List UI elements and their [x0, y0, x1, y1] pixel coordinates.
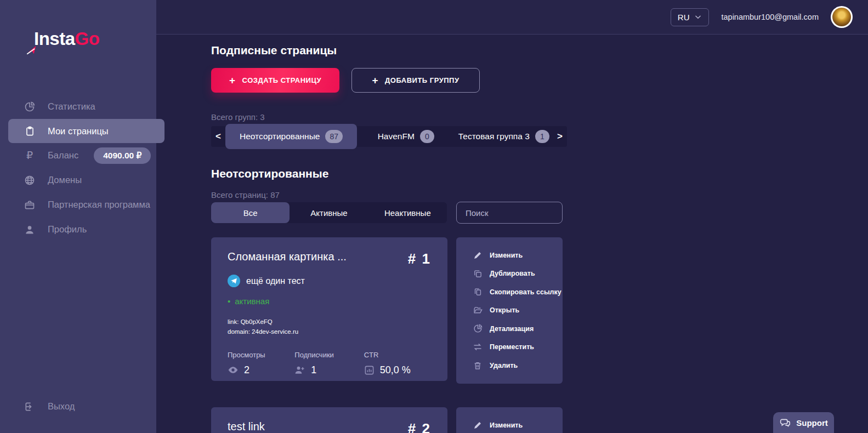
sidebar-item-balance[interactable]: ₽ Баланс 4090.00 ₽ [0, 143, 156, 168]
group-count-badge: 87 [325, 130, 343, 143]
logout-label: Выход [48, 401, 75, 412]
language-value: RU [678, 13, 690, 22]
user-email: tapinambur100@gmail.com [721, 13, 819, 21]
copy-icon [473, 287, 483, 297]
card-header: Сломанная картинка ... # 1 [211, 250, 447, 267]
action-label: Удалить [490, 362, 518, 369]
logout-button[interactable]: Выход [0, 394, 156, 419]
user-plus-icon [294, 364, 305, 375]
filter-tab-inactive[interactable]: Неактивные [368, 202, 447, 223]
page-row: test link # 2 Изменить [211, 407, 563, 433]
avatar[interactable] [831, 6, 853, 28]
user-icon [24, 224, 36, 235]
action-label: Детализация [490, 325, 534, 333]
stat-views: Просмотры 2 [228, 351, 294, 376]
stat-value: 50,0 % [380, 364, 411, 376]
add-group-button[interactable]: + ДОБАВИТЬ ГРУППУ [351, 68, 480, 93]
sidebar-item-label: Профиль [48, 224, 87, 235]
group-tabs: < Неотсортированные 87 HavenFM 0 Тестова… [211, 126, 567, 147]
status-badge: активная [235, 297, 269, 306]
pie-chart-icon [24, 101, 36, 112]
briefcase-icon [24, 200, 36, 210]
clipboard-icon [24, 126, 36, 136]
card-number: # 2 [408, 420, 431, 433]
language-selector[interactable]: RU [671, 8, 710, 26]
pencil-icon [473, 251, 483, 260]
filter-tabs: Все Активные Неактивные [211, 202, 447, 223]
group-count-badge: 0 [420, 130, 434, 143]
stat-value: 1 [311, 364, 316, 376]
filter-tab-active[interactable]: Активные [290, 202, 368, 223]
card-action-menu: Изменить [456, 407, 563, 433]
group-tab-havenfm[interactable]: HavenFM 0 [357, 126, 455, 147]
rocket-icon [26, 44, 149, 56]
chat-icon [779, 417, 791, 429]
status-row: • активная [211, 297, 447, 306]
create-page-button[interactable]: + СОЗДАТЬ СТРАНИЦУ [211, 68, 339, 93]
group-tab-test-group-3[interactable]: Тестовая группа 3 1 [455, 126, 553, 147]
groups-total: Всего групп: 3 [211, 112, 265, 122]
group-tab-label: Неотсортированные [240, 132, 320, 141]
search-input[interactable] [456, 202, 563, 224]
stat-ctr: CTR 50,0 % [364, 351, 431, 376]
action-label: Изменить [490, 252, 523, 259]
page-card: Сломанная картинка ... # 1 ещё один тест… [211, 237, 447, 381]
sidebar-item-partner-program[interactable]: Партнерская программа [0, 192, 156, 217]
logout-icon [24, 401, 36, 412]
group-tab-label: Тестовая группа 3 [458, 132, 530, 141]
action-delete[interactable]: Удалить [473, 356, 563, 375]
folder-open-icon [473, 306, 483, 315]
sidebar-item-profile[interactable]: Профиль [0, 217, 156, 242]
sidebar: InstaGo Статистика Мои страницы ₽ Баланс… [0, 0, 156, 433]
card-number: # 1 [408, 250, 431, 267]
prev-group-button[interactable]: < [211, 131, 225, 142]
eye-icon [228, 364, 239, 375]
action-open[interactable]: Открыть [473, 301, 563, 320]
sidebar-footer: Выход [0, 394, 156, 419]
bar-chart-icon [364, 365, 375, 375]
action-label: Переместить [490, 343, 534, 351]
add-group-label: ДОБАВИТЬ ГРУППУ [385, 76, 459, 84]
main-content: Подписные страницы + СОЗДАТЬ СТРАНИЦУ + … [156, 35, 868, 433]
channel-name: ещё один тест [246, 276, 305, 286]
app-window: RU tapinambur100@gmail.com InstaGo Стати… [0, 0, 868, 433]
action-edit[interactable]: Изменить [473, 246, 563, 265]
action-duplicate[interactable]: Дублировать [473, 265, 563, 283]
stat-label: Подписчики [294, 351, 364, 359]
action-label: Изменить [490, 421, 523, 429]
status-dot: • [228, 297, 230, 306]
sidebar-item-domains[interactable]: Домены [0, 168, 156, 192]
sidebar-item-label: Домены [48, 175, 82, 185]
card-link: link: Qb0pXeFQ [228, 317, 431, 327]
filter-tab-all[interactable]: Все [211, 202, 290, 223]
action-details[interactable]: Детализация [473, 320, 563, 338]
group-tab-unsorted[interactable]: Неотсортированные 87 [225, 124, 357, 149]
card-title: Сломанная картинка ... [228, 250, 347, 263]
stat-value: 2 [244, 364, 249, 376]
section-title: Неотсортированные [211, 167, 328, 180]
app-logo: InstaGo [34, 29, 156, 61]
chevron-down-icon [694, 13, 702, 21]
next-group-button[interactable]: > [553, 131, 567, 142]
sidebar-item-statistics[interactable]: Статистика [0, 94, 156, 119]
action-edit[interactable]: Изменить [473, 416, 563, 433]
group-count-badge: 1 [535, 130, 549, 143]
pages-total: Всего страниц: 87 [211, 190, 280, 200]
card-action-menu: Изменить Дублировать Скопировать ссылку [456, 237, 563, 384]
action-copy-link[interactable]: Скопировать ссылку [473, 283, 563, 301]
create-page-label: СОЗДАТЬ СТРАНИЦУ [242, 76, 321, 84]
support-button[interactable]: Support [773, 412, 834, 433]
sidebar-nav: Статистика Мои страницы ₽ Баланс 4090.00… [0, 94, 156, 242]
toolbar: + СОЗДАТЬ СТРАНИЦУ + ДОБАВИТЬ ГРУППУ [211, 68, 480, 93]
telegram-icon [228, 275, 240, 287]
pencil-icon [473, 421, 483, 430]
group-tab-label: HavenFM [378, 132, 415, 141]
action-move[interactable]: Переместить [473, 338, 563, 357]
sidebar-item-label: Мои страницы [48, 126, 109, 136]
stat-label: Просмотры [228, 351, 294, 359]
sidebar-item-my-pages[interactable]: Мои страницы [8, 119, 164, 143]
action-label: Открыть [490, 306, 519, 314]
top-bar: RU tapinambur100@gmail.com [156, 0, 868, 35]
sidebar-item-label: Партнерская программа [48, 200, 150, 210]
pie-chart-icon [473, 324, 483, 333]
